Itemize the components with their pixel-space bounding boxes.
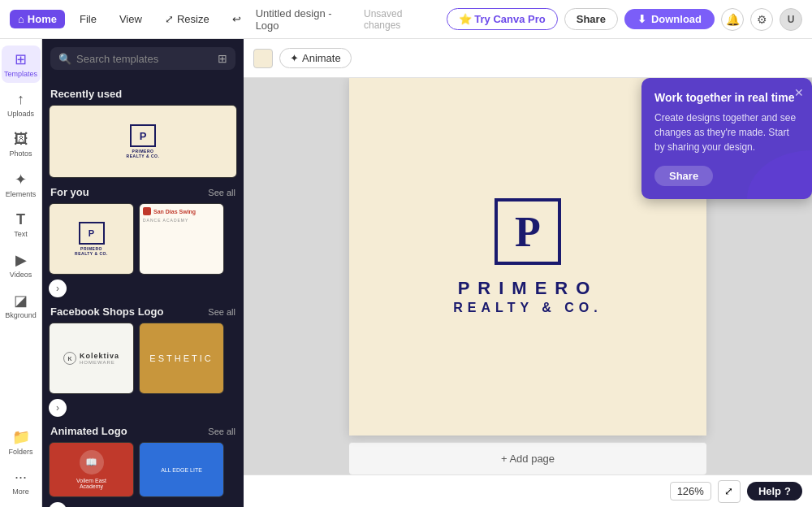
kolektiva-name: Kolektiva [80, 352, 119, 360]
photos-icon: 🖼 [14, 131, 28, 148]
sidebar-item-videos[interactable]: ▶ Videos [2, 246, 41, 284]
undo-icon: ↩ [232, 13, 241, 25]
animated-logo-header: Animated Logo See all [50, 425, 235, 437]
template-thumb-sandias[interactable]: San Dias Swing DANCE ACADEMY [139, 203, 224, 275]
uploads-icon: ↑ [17, 91, 24, 108]
for-you-next-button[interactable]: › [49, 280, 67, 297]
download-icon: ⬇ [637, 13, 646, 25]
add-page-button[interactable]: + Add page [488, 449, 568, 468]
template-thumb-esthetic[interactable]: ESTHETIC [139, 323, 224, 394]
help-question-icon: ? [784, 485, 791, 497]
color-swatch[interactable] [253, 49, 273, 68]
text-icon: T [16, 211, 25, 228]
sidebar-item-elements[interactable]: ✦ Elements [2, 166, 41, 203]
recently-used-grid: P PRIMEROREALTY & CO. [49, 105, 237, 178]
sidebar-item-text[interactable]: T Text [2, 206, 41, 243]
for-you-header: For you See all [50, 186, 235, 198]
fit-screen-button[interactable]: ⤢ [718, 480, 741, 503]
home-icon: ⌂ [18, 13, 24, 25]
animated-see-all[interactable]: See all [208, 427, 235, 436]
tooltip-body: Create designs together and see changes … [654, 110, 799, 154]
template-thumb-kolektiva[interactable]: K Kolektiva HOMEWARE [49, 323, 134, 394]
tooltip-share-button[interactable]: Share [654, 166, 713, 186]
template-thumb-animated1[interactable]: 📖 Vollem EastAcademy [49, 442, 134, 497]
file-button[interactable]: File [71, 10, 105, 28]
sandias-icon [143, 207, 151, 215]
sidebar-item-background[interactable]: ◪ Bkground [2, 287, 41, 324]
zoom-level[interactable]: 126% [670, 482, 711, 500]
kolektiva-logo-row: K Kolektiva HOMEWARE [63, 352, 119, 365]
sandias-sub: DANCE ACADEMY [143, 218, 188, 223]
animated-logo-grid: 📖 Vollem EastAcademy ALL EDGE LITE › [49, 442, 237, 507]
animate-icon: ✦ [290, 52, 299, 64]
undo-button[interactable]: ↩ [224, 10, 249, 28]
primero-text-foryou: PRIMEROREALTY & CO. [75, 246, 108, 256]
topbar-right: ⭐ Try Canva Pro Share ⬇ Download 🔔 ⚙ U [447, 8, 802, 31]
sandias-label: San Dias Swing [153, 209, 196, 214]
for-you-grid: P PRIMEROREALTY & CO. San Dias Swing DAN… [49, 203, 237, 297]
template-thumb-primero-foryou[interactable]: P PRIMEROREALTY & CO. [49, 203, 134, 275]
search-input[interactable] [76, 53, 213, 65]
resize-icon: ⤢ [165, 13, 174, 25]
primero-box: P [130, 124, 156, 147]
kolektiva-content: K Kolektiva HOMEWARE [50, 323, 133, 393]
settings-icon[interactable]: ⚙ [750, 8, 773, 31]
recently-used-title: Recently used [50, 88, 122, 100]
logo-p-letter: P [515, 208, 541, 256]
animate-button[interactable]: ✦ Animate [279, 48, 352, 68]
recently-used-header: Recently used [50, 88, 235, 100]
panel-content: Recently used P PRIMEROREALTY & CO. For … [42, 76, 244, 507]
logo-canvas: P PRIMERO REALTY & CO. [453, 198, 602, 315]
animated1-play-icon: 📖 [80, 450, 104, 474]
sandias-inner: San Dias Swing DANCE ACADEMY [143, 207, 196, 223]
more-icon: ··· [15, 469, 27, 486]
sandias-content: San Dias Swing DANCE ACADEMY [140, 204, 223, 274]
templates-icon: ⊞ [15, 50, 27, 68]
facebook-see-all[interactable]: See all [208, 307, 235, 317]
avatar[interactable]: U [780, 8, 802, 31]
fit-icon: ⤢ [724, 485, 733, 497]
sidebar-item-templates[interactable]: ⊞ Templates [2, 46, 41, 83]
unsaved-label: Unsaved changes [364, 8, 440, 31]
sidenav: ⊞ Templates ↑ Uploads 🖼 Photos ✦ Element… [0, 39, 42, 507]
filter-icon[interactable]: ⊞ [218, 52, 227, 65]
share-button[interactable]: Share [564, 8, 618, 30]
sidebar-item-folders[interactable]: 📁 Folders [2, 423, 41, 461]
sidebar-item-uploads[interactable]: ↑ Uploads [2, 86, 41, 123]
help-button[interactable]: Help ? [747, 482, 802, 500]
sidebar-item-more[interactable]: ··· More [2, 464, 41, 500]
download-button[interactable]: ⬇ Download [624, 9, 715, 29]
primero-box-foryou: P [79, 222, 105, 245]
resize-button[interactable]: ⤢ Resize [157, 10, 218, 28]
facebook-next-button[interactable]: › [49, 399, 67, 417]
animated-logo-title: Animated Logo [50, 425, 127, 437]
esthetic-name: ESTHETIC [149, 353, 213, 363]
facebook-shops-title: Facebook Shops Logo [50, 306, 163, 318]
try-pro-button[interactable]: ⭐ Try Canva Pro [447, 8, 558, 30]
canvas-area: ✦ Animate P PRIMERO REALTY & CO. [244, 39, 812, 507]
elements-icon: ✦ [15, 171, 27, 188]
canvas-toolbar: ✦ Animate [244, 39, 812, 78]
topbar: ⌂ Home File View ⤢ Resize ↩ Untitled des… [0, 0, 812, 39]
template-thumb-animated2[interactable]: ALL EDGE LITE [139, 442, 224, 497]
home-button[interactable]: ⌂ Home [10, 10, 65, 28]
sidebar-item-photos[interactable]: 🖼 Photos [2, 126, 41, 162]
templates-panel: 🔍 ⊞ Recently used P PRIMEROREALTY & CO. [42, 39, 244, 507]
animated-next-button[interactable]: › [49, 502, 67, 507]
primero-thumb-content: P PRIMEROREALTY & CO. [50, 106, 236, 177]
view-button[interactable]: View [111, 10, 150, 28]
notifications-icon[interactable]: 🔔 [721, 8, 744, 31]
star-icon: ⭐ [459, 13, 472, 25]
animated1-content: 📖 Vollem EastAcademy [50, 443, 133, 496]
background-icon: ◪ [14, 292, 28, 310]
primero-name: PRIMEROREALTY & CO. [127, 149, 160, 158]
logo-p-box: P [495, 198, 561, 265]
for-you-see-all[interactable]: See all [208, 188, 235, 197]
template-thumb-primero-recent[interactable]: P PRIMEROREALTY & CO. [49, 105, 237, 178]
animated2-label: ALL EDGE LITE [161, 467, 202, 473]
tooltip-close-button[interactable]: ✕ [794, 86, 804, 99]
animated2-content: ALL EDGE LITE [140, 443, 223, 496]
canvas-scroll[interactable]: P PRIMERO REALTY & CO. + Add page ✕ Work… [244, 78, 812, 474]
tooltip-decoration [747, 150, 812, 199]
kolektiva-circle: K [63, 352, 76, 365]
